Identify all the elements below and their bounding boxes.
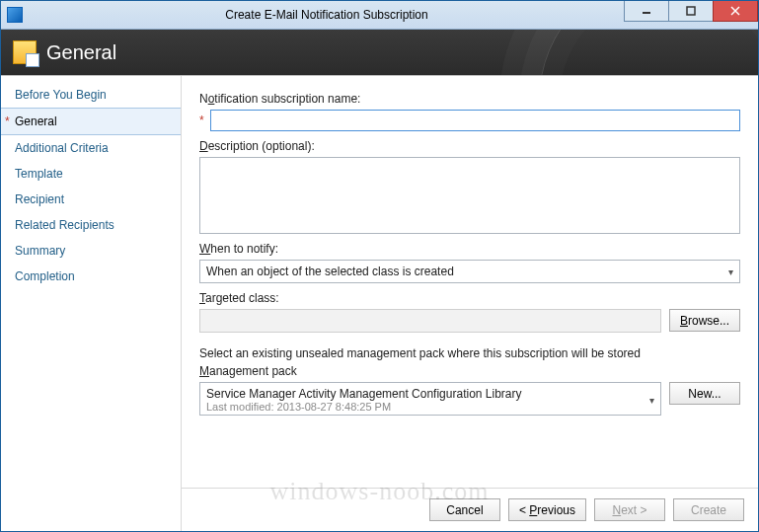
mp-label: Management pack (199, 364, 740, 378)
chevron-down-icon: ▾ (649, 395, 654, 406)
mp-help-text: Select an existing unsealed management p… (199, 346, 740, 360)
step-summary[interactable]: Summary (1, 238, 181, 264)
wizard-steps: Before You Begin General Additional Crit… (1, 76, 182, 531)
when-value: When an object of the selected class is … (206, 265, 454, 278)
title-bar: Create E-Mail Notification Subscription (1, 1, 758, 30)
window-title: Create E-Mail Notification Subscription (29, 8, 625, 22)
required-marker: * (199, 114, 204, 127)
name-label: Notification subscription name: (199, 92, 740, 106)
targeted-class-label: Targeted class: (199, 291, 740, 305)
subscription-name-input[interactable] (210, 110, 740, 131)
when-to-notify-select[interactable]: When an object of the selected class is … (199, 260, 740, 283)
step-completion[interactable]: Completion (1, 264, 181, 289)
banner-heading: General (46, 41, 116, 64)
close-button[interactable] (713, 1, 758, 22)
app-icon (7, 7, 23, 23)
previous-button[interactable]: < Previous (508, 498, 586, 521)
create-button[interactable]: Create (673, 498, 744, 521)
mp-value: Service Manager Activity Management Conf… (206, 387, 522, 401)
next-button[interactable]: Next > (594, 498, 665, 521)
step-recipient[interactable]: Recipient (1, 187, 181, 212)
description-label: Description (optional): (199, 139, 740, 153)
mp-last-modified: Last modified: 2013-08-27 8:48:25 PM (206, 401, 522, 413)
step-general[interactable]: General (1, 108, 181, 135)
mail-icon (13, 40, 37, 64)
window-controls (625, 1, 758, 29)
step-related-recipients[interactable]: Related Recipients (1, 212, 181, 238)
form-panel: Notification subscription name: * Descri… (182, 76, 758, 531)
svg-rect-1 (687, 7, 695, 15)
wizard-window: Create E-Mail Notification Subscription … (0, 0, 759, 532)
browse-button[interactable]: Browse... (669, 309, 740, 332)
targeted-class-field (199, 309, 661, 333)
new-mp-button[interactable]: New... (669, 382, 740, 405)
chevron-down-icon: ▾ (728, 266, 733, 277)
when-label: When to notify: (199, 242, 740, 256)
step-before-you-begin[interactable]: Before You Begin (1, 82, 181, 108)
management-pack-select[interactable]: Service Manager Activity Management Conf… (199, 382, 661, 416)
cancel-button[interactable]: Cancel (429, 498, 500, 521)
maximize-button[interactable] (668, 1, 714, 22)
wizard-body: Before You Begin General Additional Crit… (1, 75, 758, 531)
wizard-footer: Cancel < Previous Next > Create (182, 488, 758, 531)
step-template[interactable]: Template (1, 161, 181, 187)
step-additional-criteria[interactable]: Additional Criteria (1, 135, 181, 161)
minimize-button[interactable] (624, 1, 669, 22)
wizard-banner: General (1, 30, 758, 75)
description-textarea[interactable] (199, 157, 740, 234)
